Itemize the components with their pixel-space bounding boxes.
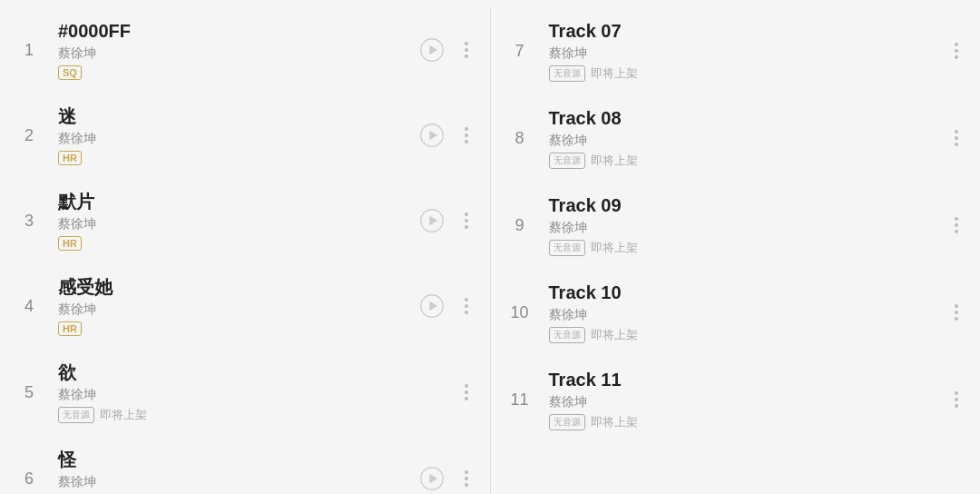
more-button[interactable] <box>457 378 475 407</box>
track-actions <box>417 291 475 321</box>
track-badge: 无音源 <box>549 240 585 256</box>
track-actions <box>417 121 475 150</box>
track-artist: 蔡徐坤 <box>549 307 941 323</box>
track-item[interactable]: 5欲蔡徐坤无音源即将上架 <box>0 349 490 436</box>
track-title: 迷 <box>58 105 410 127</box>
svg-marker-1 <box>429 45 437 55</box>
track-item[interactable]: 11Track 11蔡徐坤无音源即将上架 <box>491 356 981 443</box>
track-title: Track 09 <box>549 194 941 216</box>
track-title: 欲 <box>58 361 450 383</box>
track-artist: 蔡徐坤 <box>58 474 410 490</box>
play-button[interactable] <box>417 291 446 321</box>
track-info: 默片蔡徐坤HR <box>58 191 410 251</box>
track-badge: HR <box>58 151 82 165</box>
track-badges: 无音源即将上架 <box>549 414 941 430</box>
coming-soon-label: 即将上架 <box>591 153 638 169</box>
track-number: 7 <box>505 42 534 61</box>
track-actions <box>947 385 965 414</box>
track-actions <box>947 36 965 65</box>
track-artist: 蔡徐坤 <box>58 131 410 147</box>
track-info: 感受她蔡徐坤HR <box>58 276 410 336</box>
track-number: 1 <box>15 41 44 60</box>
track-item[interactable]: 3默片蔡徐坤HR <box>0 178 490 263</box>
track-title: 感受她 <box>58 276 410 298</box>
track-info: 欲蔡徐坤无音源即将上架 <box>58 361 450 423</box>
track-item[interactable]: 1#0000FF蔡徐坤SQ <box>0 7 490 93</box>
track-item[interactable]: 8Track 08蔡徐坤无音源即将上架 <box>491 94 981 182</box>
track-title: Track 07 <box>549 20 941 42</box>
more-button[interactable] <box>947 124 965 153</box>
track-info: Track 07蔡徐坤无音源即将上架 <box>549 20 941 82</box>
track-badge: 无音源 <box>549 153 585 169</box>
track-artist: 蔡徐坤 <box>549 394 941 410</box>
track-artist: 蔡徐坤 <box>58 387 450 403</box>
play-button[interactable] <box>417 206 446 235</box>
track-info: Track 08蔡徐坤无音源即将上架 <box>549 107 941 169</box>
more-button[interactable] <box>947 36 965 65</box>
coming-soon-label: 即将上架 <box>591 240 638 256</box>
track-title: 怪 <box>58 449 410 470</box>
track-badge: SQ <box>58 65 82 80</box>
left-column: 1#0000FF蔡徐坤SQ 2迷蔡徐坤HR 3默片蔡徐坤HR 4感受她蔡徐坤HR… <box>0 7 490 494</box>
track-badge: HR <box>58 321 82 336</box>
track-title: #0000FF <box>58 20 410 42</box>
play-button[interactable] <box>417 464 446 493</box>
track-artist: 蔡徐坤 <box>549 220 941 236</box>
coming-soon-label: 即将上架 <box>591 65 638 82</box>
track-badges: HR <box>58 151 410 165</box>
track-actions <box>417 35 475 64</box>
track-item[interactable]: 2迷蔡徐坤HR <box>0 93 490 178</box>
track-badges: HR <box>58 236 410 251</box>
track-badge: 无音源 <box>549 414 585 430</box>
track-number: 5 <box>15 383 44 402</box>
track-number: 9 <box>505 216 534 235</box>
svg-marker-3 <box>429 131 437 141</box>
track-badge: HR <box>58 236 82 251</box>
track-actions <box>417 464 475 493</box>
track-item[interactable]: 10Track 10蔡徐坤无音源即将上架 <box>491 269 981 356</box>
more-button[interactable] <box>457 206 475 235</box>
track-item[interactable]: 4感受她蔡徐坤HR <box>0 263 490 349</box>
more-button[interactable] <box>457 291 475 321</box>
track-number: 8 <box>505 129 534 148</box>
more-button[interactable] <box>457 35 475 64</box>
track-item[interactable]: 7Track 07蔡徐坤无音源即将上架 <box>491 7 981 94</box>
track-item[interactable]: 6怪蔡徐坤HR <box>0 436 490 494</box>
right-column: 7Track 07蔡徐坤无音源即将上架8Track 08蔡徐坤无音源即将上架9T… <box>491 7 981 494</box>
track-badges: 无音源即将上架 <box>58 407 450 423</box>
track-number: 4 <box>15 297 44 316</box>
tracks-container: 1#0000FF蔡徐坤SQ 2迷蔡徐坤HR 3默片蔡徐坤HR 4感受她蔡徐坤HR… <box>0 0 980 494</box>
play-button[interactable] <box>417 35 446 64</box>
track-info: Track 11蔡徐坤无音源即将上架 <box>549 369 941 430</box>
track-badges: 无音源即将上架 <box>549 240 941 256</box>
svg-marker-7 <box>429 301 437 311</box>
track-info: Track 09蔡徐坤无音源即将上架 <box>549 194 941 256</box>
track-badges: 无音源即将上架 <box>549 65 941 82</box>
more-button[interactable] <box>947 385 965 414</box>
track-actions <box>457 378 475 407</box>
track-badges: HR <box>58 321 410 336</box>
track-badges: 无音源即将上架 <box>549 153 941 169</box>
track-title: Track 11 <box>549 369 941 390</box>
track-actions <box>947 124 965 153</box>
more-button[interactable] <box>457 121 475 150</box>
track-number: 3 <box>15 212 44 231</box>
track-item[interactable]: 9Track 09蔡徐坤无音源即将上架 <box>491 182 981 269</box>
coming-soon-label: 即将上架 <box>100 407 147 423</box>
track-title: Track 10 <box>549 282 941 303</box>
more-button[interactable] <box>947 298 965 327</box>
track-info: Track 10蔡徐坤无音源即将上架 <box>549 282 941 343</box>
track-number: 10 <box>505 303 534 322</box>
track-title: 默片 <box>58 191 410 212</box>
track-actions <box>947 298 965 327</box>
track-actions <box>417 206 475 235</box>
track-artist: 蔡徐坤 <box>58 45 410 62</box>
track-artist: 蔡徐坤 <box>58 216 410 232</box>
track-number: 11 <box>505 390 534 410</box>
play-button[interactable] <box>417 121 446 150</box>
track-artist: 蔡徐坤 <box>549 45 941 62</box>
more-button[interactable] <box>457 464 475 493</box>
track-info: #0000FF蔡徐坤SQ <box>58 20 410 80</box>
svg-marker-9 <box>429 474 437 484</box>
more-button[interactable] <box>947 211 965 240</box>
